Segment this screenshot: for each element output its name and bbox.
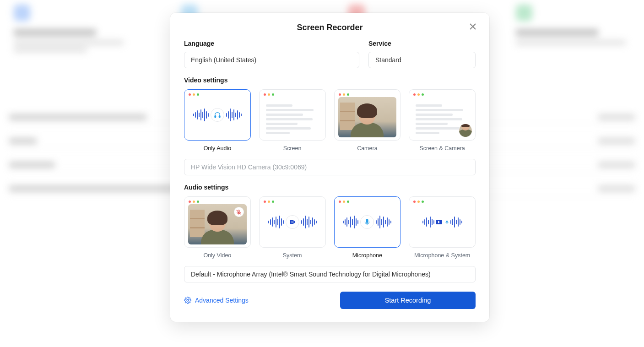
window-dots-icon [413,93,424,96]
camera-preview-icon [188,204,247,244]
language-label: Language [184,40,359,47]
gear-icon [184,297,191,304]
document-icon [263,96,322,134]
option-microphone-system[interactable]: Microphone & System [409,196,476,259]
svg-rect-4 [366,219,368,222]
headphones-icon [211,108,224,122]
camera-device-select[interactable]: HP Wide Vision HD Camera (30c9:0069) [184,159,476,175]
video-icon [286,215,299,229]
option-label: Camera [357,145,377,152]
start-recording-button[interactable]: Start Recording [340,292,476,309]
svg-rect-5 [446,221,447,222]
language-select[interactable]: English (United States) [184,52,359,68]
muted-mic-icon [234,207,244,217]
option-microphone[interactable]: Microphone [334,196,401,259]
option-label: Microphone & System [414,252,470,259]
waveform-icon [193,106,209,124]
option-label: Microphone [352,252,382,259]
svg-point-6 [187,299,189,301]
audio-settings-label: Audio settings [184,184,476,191]
window-dots-icon [189,201,199,203]
camera-pip-icon [459,124,472,137]
window-dots-icon [339,201,349,203]
waveform-icon [450,213,462,231]
close-button[interactable] [467,21,478,32]
waveform-icon [343,213,358,231]
option-only-video[interactable]: Only Video [184,196,251,259]
option-label: Only Audio [204,145,231,152]
window-dots-icon [339,93,349,96]
waveform-icon [376,213,391,231]
video-options: Only Audio Screen Camera [184,89,476,152]
modal-title: Screen Recorder [184,23,476,33]
service-select[interactable]: Standard [368,52,476,68]
close-icon [467,21,478,32]
option-camera[interactable]: Camera [334,89,401,152]
window-dots-icon [264,201,274,203]
window-dots-icon [264,93,274,96]
camera-preview-icon [338,97,397,137]
audio-options: Only Video System Mi [184,196,476,259]
option-label: Only Video [203,252,231,259]
video-settings-label: Video settings [184,76,476,84]
waveform-icon [226,106,242,124]
mic-tiny-icon [445,219,449,225]
option-screen[interactable]: Screen [259,89,326,152]
waveform-icon [422,213,434,231]
option-screen-camera[interactable]: Screen & Camera [409,89,476,152]
waveform-icon [301,213,317,231]
option-label: Screen [283,145,302,152]
svg-rect-0 [215,115,216,118]
advanced-settings-link[interactable]: Advanced Settings [184,297,249,304]
microphone-device-select[interactable]: Default - Microphone Array (Intel® Smart… [184,266,476,282]
window-dots-icon [189,93,199,96]
option-system[interactable]: System [259,196,326,259]
option-label: Screen & Camera [419,145,465,152]
svg-rect-1 [219,115,220,118]
option-only-audio[interactable]: Only Audio [184,89,251,152]
option-label: System [283,252,302,259]
microphone-icon [360,215,374,229]
video-tiny-icon [436,220,442,224]
screen-recorder-modal: Screen Recorder Language English (United… [170,13,489,322]
window-dots-icon [413,201,424,203]
waveform-icon [268,213,284,231]
service-label: Service [368,40,476,47]
